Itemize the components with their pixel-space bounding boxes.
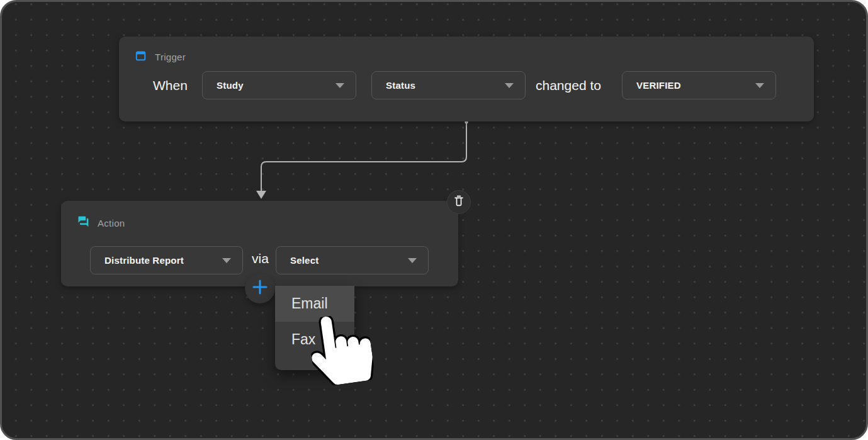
calendar-icon: [135, 50, 147, 64]
event-source-dropdown[interactable]: Study: [202, 71, 356, 99]
event-field-value: Status: [386, 80, 505, 91]
trash-icon: [453, 195, 465, 210]
add-step-button[interactable]: [245, 273, 275, 303]
chevron-down-icon: [408, 258, 417, 263]
forum-chat-icon: [77, 215, 89, 230]
event-value-dropdown[interactable]: VERIFIED: [622, 71, 776, 99]
chevron-down-icon: [335, 83, 344, 88]
chevron-down-icon: [222, 258, 231, 263]
plus-icon: [252, 279, 268, 298]
channel-options-menu: Email Fax: [275, 286, 354, 370]
workflow-canvas[interactable]: Trigger When Study Status changed to VER…: [0, 0, 868, 440]
action-type-dropdown[interactable]: Distribute Report: [90, 246, 243, 274]
channel-dropdown[interactable]: Select: [276, 246, 429, 274]
action-type-value: Distribute Report: [104, 255, 222, 266]
delete-action-button[interactable]: [447, 190, 471, 214]
channel-value: Select: [290, 255, 408, 266]
event-source-value: Study: [217, 80, 335, 91]
action-header: Action: [77, 215, 125, 230]
event-field-dropdown[interactable]: Status: [371, 71, 526, 99]
chevron-down-icon: [505, 83, 514, 88]
via-label: via: [252, 251, 269, 266]
trigger-node: Trigger When Study Status changed to VER…: [119, 37, 814, 121]
chevron-down-icon: [755, 83, 764, 88]
changed-to-label: changed to: [536, 78, 601, 93]
when-label: When: [153, 78, 188, 93]
event-value-value: VERIFIED: [636, 80, 755, 91]
action-title: Action: [98, 218, 125, 228]
menu-item-email[interactable]: Email: [275, 286, 354, 322]
trigger-header: Trigger: [135, 50, 186, 64]
menu-item-fax[interactable]: Fax: [275, 322, 354, 358]
trigger-title: Trigger: [155, 52, 186, 62]
